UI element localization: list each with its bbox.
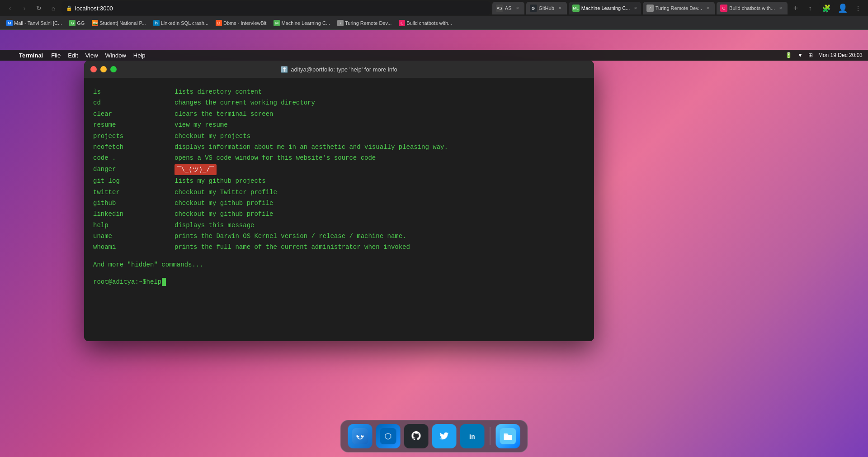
- terminal-window: ⬆️ aditya@portfolio: type 'help' for mor…: [84, 61, 594, 341]
- cmd-help: help displays this message: [93, 220, 585, 230]
- address-bar[interactable]: 🔒 localhost:3000: [61, 1, 491, 15]
- cmd-whoami: whoami prints the full name of the curre…: [93, 242, 585, 252]
- tab-nav-home[interactable]: ⌂: [47, 2, 60, 14]
- more-button[interactable]: ⋮: [852, 2, 864, 14]
- bookmark-label-linkedin-sql: LinkedIn SQL crash...: [161, 20, 208, 26]
- profile-button[interactable]: 👤: [836, 2, 849, 14]
- cmd-desc-neofetch: displays information about me in an aest…: [175, 142, 448, 152]
- bookmark-favicon-ml-bm: M: [274, 20, 280, 26]
- tab-label-as: AS: [505, 5, 512, 11]
- cmd-danger: danger ¯\_(ツ)_/¯: [93, 164, 585, 175]
- bookmark-label-ml: Machine Learning C...: [281, 20, 330, 26]
- tab-close-turing[interactable]: ✕: [705, 5, 711, 11]
- lock-icon: 🔒: [66, 5, 72, 11]
- cmd-linkedin: linkedin checkout my github profile: [93, 209, 585, 219]
- bookmark-linkedin-sql[interactable]: in LinkedIn SQL crash...: [151, 19, 211, 27]
- svg-rect-1: [352, 428, 368, 444]
- tab-ml[interactable]: ML Machine Learning C... ✕: [569, 2, 641, 14]
- browser-chrome: ‹ › ↻ ⌂ 🔒 localhost:3000 AS AS ✕ ⚙ GitHu…: [0, 0, 868, 30]
- title-icon: ⬆️: [281, 66, 288, 73]
- bookmark-turing[interactable]: 7 Turing Remote Dev...: [335, 19, 394, 27]
- datetime-display: Mon 19 Dec 20:03: [818, 52, 863, 58]
- cmd-neofetch: neofetch displays information about me i…: [93, 142, 585, 152]
- menu-edit[interactable]: Edit: [64, 50, 81, 61]
- linkedin-icon: in: [464, 428, 481, 444]
- window-controls: [90, 66, 117, 72]
- cmd-name-resume: resume: [93, 120, 175, 130]
- bookmark-gg[interactable]: G GG: [66, 19, 87, 27]
- app-name-menu[interactable]: Terminal: [14, 52, 47, 59]
- cmd-clear: clear clears the terminal screen: [93, 109, 585, 119]
- cmd-resume: resume view my resume: [93, 120, 585, 130]
- tab-nav-forward[interactable]: ›: [18, 2, 31, 14]
- tab-nav-back[interactable]: ‹: [4, 2, 16, 14]
- cursor: [162, 278, 166, 286]
- minimize-button[interactable]: [100, 66, 107, 72]
- share-button[interactable]: ↑: [804, 2, 816, 14]
- svg-point-3: [361, 435, 364, 438]
- cmd-name-github: github: [93, 198, 175, 208]
- bookmark-student[interactable]: 🇮🇳 Student| National P...: [89, 19, 148, 27]
- dock-item-twitter[interactable]: [432, 424, 457, 448]
- cmd-desc-code: opens a VS code window for this website'…: [175, 153, 376, 163]
- address-text: localhost:3000: [75, 5, 113, 12]
- bookmark-label-student: Student| National P...: [99, 20, 146, 26]
- bookmark-dbms[interactable]: D Dbms - InterviewBit: [213, 19, 269, 27]
- close-button[interactable]: [90, 66, 97, 72]
- cmd-name-cd: cd: [93, 98, 175, 108]
- bookmark-favicon-student: 🇮🇳: [92, 20, 98, 26]
- cmd-name-twitter: twitter: [93, 187, 175, 197]
- cmd-ls: ls lists directory content: [93, 87, 585, 97]
- wifi-icon: ▼: [797, 52, 803, 58]
- menu-file[interactable]: File: [47, 50, 64, 61]
- tab-close-chatbot[interactable]: ✕: [778, 5, 784, 11]
- menu-window[interactable]: Window: [102, 50, 130, 61]
- tab-close-github[interactable]: ✕: [557, 5, 563, 11]
- terminal-title: ⬆️ aditya@portfolio: type 'help' for mor…: [281, 66, 397, 73]
- menu-right: 🔋 ▼ ⊞ Mon 19 Dec 20:03: [785, 52, 863, 58]
- dock-item-github[interactable]: [404, 424, 429, 448]
- cmd-desc-linkedin: checkout my github profile: [175, 209, 273, 219]
- dock-item-linkedin[interactable]: in: [460, 424, 485, 448]
- new-tab-button[interactable]: +: [789, 2, 802, 14]
- bookmark-label-dbms: Dbms - InterviewBit: [223, 20, 266, 26]
- dock-item-files[interactable]: [496, 424, 520, 448]
- terminal-prompt[interactable]: root@aditya:~$help: [93, 277, 585, 287]
- tab-label-chatbot: Build chatbots with...: [729, 5, 775, 11]
- cmd-cd: cd changes the current working directory: [93, 98, 585, 108]
- cmd-desc-resume: view my resume: [175, 120, 228, 130]
- tab-github[interactable]: ⚙ GitHub ✕: [526, 2, 567, 14]
- bookmark-ml[interactable]: M Machine Learning C...: [271, 19, 333, 27]
- cmd-desc-gitlog: lists my github projects: [175, 176, 266, 186]
- tab-chatbot[interactable]: C Build chatbots with... ✕: [717, 2, 788, 14]
- tab-favicon-ml: ML: [572, 5, 580, 12]
- bookmark-favicon-turing-bm: 7: [337, 20, 344, 26]
- bookmark-chatbot[interactable]: C Build chatbots with...: [396, 19, 455, 27]
- tab-close-as[interactable]: ✕: [514, 5, 521, 11]
- bookmark-label-gg: GG: [77, 20, 85, 26]
- tab-nav-refresh[interactable]: ↻: [33, 2, 45, 14]
- cmd-github: github checkout my github profile: [93, 198, 585, 208]
- tab-turing[interactable]: 7 Turing Remote Dev... ✕: [643, 2, 715, 14]
- cmd-twitter: twitter checkout my Twitter profile: [93, 187, 585, 197]
- dock-item-vscode[interactable]: ⬡: [376, 424, 401, 448]
- maximize-button[interactable]: [110, 66, 117, 72]
- hidden-commands-msg: And more "hidden" commands...: [93, 260, 585, 270]
- files-icon: [500, 428, 516, 444]
- cmd-desc-whoami: prints the full name of the current admi…: [175, 242, 410, 252]
- cmd-gitlog: git log lists my github projects: [93, 176, 585, 186]
- bookmark-mail[interactable]: M Mail - Tanvi Saini [C...: [4, 19, 65, 27]
- cmd-projects: projects checkout my projects: [93, 131, 585, 141]
- cmd-desc-clear: clears the terminal screen: [175, 109, 273, 119]
- svg-point-4: [358, 435, 359, 436]
- tab-close-ml[interactable]: ✕: [632, 5, 639, 11]
- menu-help[interactable]: Help: [130, 50, 149, 61]
- terminal-content[interactable]: ls lists directory content cd changes th…: [84, 78, 594, 341]
- menu-view[interactable]: View: [82, 50, 102, 61]
- extensions-button[interactable]: 🧩: [819, 2, 834, 14]
- dock-item-finder[interactable]: [348, 424, 373, 448]
- cmd-name-projects: projects: [93, 131, 175, 141]
- cmd-name-linkedin: linkedin: [93, 209, 175, 219]
- cmd-name-danger: danger: [93, 164, 175, 175]
- tab-as[interactable]: AS AS ✕: [492, 2, 524, 14]
